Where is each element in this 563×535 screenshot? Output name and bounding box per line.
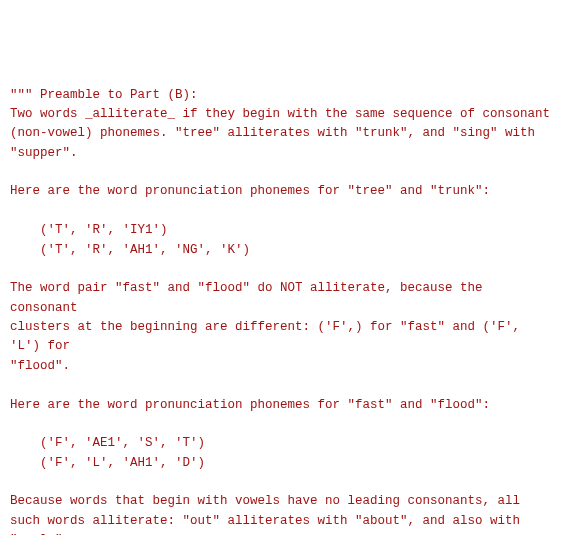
docstring-preamble-l17: ('F', 'AE1', 'S', 'T') xyxy=(10,436,205,450)
docstring-preamble-l2: Two words _alliterate_ if they begin wit… xyxy=(10,107,550,121)
docstring-preamble-l3: (non-vowel) phonemes. "tree" alliterates… xyxy=(10,126,535,140)
docstring-preamble-l8: ('T', 'R', 'IY1') xyxy=(10,223,168,237)
docstring-preamble-l18: ('F', 'L', 'AH1', 'D') xyxy=(10,456,205,470)
docstring-preamble-l1: """ Preamble to Part (B): xyxy=(10,88,198,102)
docstring-preamble-l15: Here are the word pronunciation phonemes… xyxy=(10,398,490,412)
docstring-preamble-l4: "supper". xyxy=(10,146,78,160)
docstring-preamble-l6: Here are the word pronunciation phonemes… xyxy=(10,184,490,198)
docstring-preamble-l12: clusters at the beginning are different:… xyxy=(10,320,528,353)
docstring-preamble-l11: The word pair "fast" and "flood" do NOT … xyxy=(10,281,490,314)
docstring-preamble-l9: ('T', 'R', 'AH1', 'NG', 'K') xyxy=(10,243,250,257)
docstring-preamble-l21: such words alliterate: "out" alliterates… xyxy=(10,514,528,535)
docstring-preamble-l20: Because words that begin with vowels hav… xyxy=(10,494,520,508)
docstring-preamble-l13: "flood". xyxy=(10,359,70,373)
